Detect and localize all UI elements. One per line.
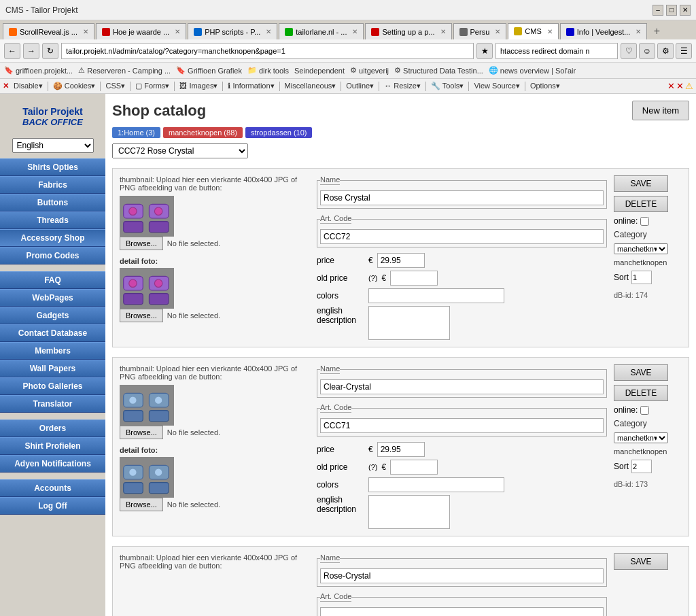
menu-icon[interactable]: ☰ (676, 43, 692, 59)
bookmark-uitgeverij[interactable]: ⚙ uitgeverij (350, 66, 389, 75)
tab-close-icon[interactable]: ✕ (83, 28, 88, 35)
tab-close-icon[interactable]: ✕ (175, 28, 180, 35)
dev-cookies-btn[interactable]: 🍪 Cookies▾ (51, 81, 98, 91)
item-1-delete-button[interactable]: DELETE (614, 196, 668, 212)
bookmark-news[interactable]: 🌐 news overview | Sol'air (489, 66, 576, 75)
item-2-artcode-input[interactable] (320, 418, 604, 433)
sidebar-item-threads[interactable]: Threads (0, 211, 105, 229)
dev-disable-btn[interactable]: Disable▾ (12, 81, 45, 91)
tab-close-icon[interactable]: ✕ (636, 28, 641, 35)
tab-close-icon[interactable]: ✕ (352, 28, 358, 35)
item-2-detail-browse-button[interactable]: Browse... (120, 498, 163, 511)
sidebar-item-members[interactable]: Members (0, 342, 105, 360)
item-2-online-checkbox[interactable] (640, 406, 649, 415)
item-1-save-button[interactable]: SAVE (614, 175, 668, 192)
maximize-button[interactable]: □ (666, 5, 677, 16)
dev-outline-btn[interactable]: Outline▾ (344, 81, 376, 91)
close-button[interactable]: ✕ (680, 5, 691, 16)
sidebar-item-orders[interactable]: Orders (0, 420, 105, 437)
breadcrumb-manchetknopen[interactable]: manchetknopen (88) (163, 127, 243, 138)
tab-setting[interactable]: Setting up a p... ✕ (365, 23, 451, 39)
item-1-artcode-input[interactable] (320, 229, 604, 244)
sidebar-item-contact-database[interactable]: Contact Database (0, 324, 105, 342)
tab-tailor[interactable]: tailorlane.nl - ... ✕ (279, 23, 364, 39)
new-item-button[interactable]: New item (632, 101, 689, 120)
item-1-category-select[interactable]: manchetkn▾ (614, 243, 668, 254)
item-1-desc-textarea[interactable] (368, 306, 450, 340)
sidebar-item-translator[interactable]: Translator (0, 395, 105, 413)
dev-options-btn[interactable]: Options▾ (528, 81, 562, 91)
item-3-artcode-input[interactable] (320, 607, 604, 616)
tab-close-icon[interactable]: ✕ (266, 28, 271, 35)
item-2-price-input[interactable] (377, 442, 425, 457)
forward-button[interactable]: → (23, 43, 39, 59)
bookmark-dirk[interactable]: 📁 dirk tools (247, 66, 289, 75)
bookmark-structured[interactable]: ⚙ Structured Data Testin... (394, 66, 483, 75)
item-2-browse-button[interactable]: Browse... (120, 426, 163, 439)
tab-cms[interactable]: CMS ✕ (508, 23, 558, 39)
bookmark-grafiek[interactable]: 🔖 Griffioen Grafiek (176, 66, 242, 75)
language-select[interactable]: English Nederlands (12, 138, 94, 153)
refresh-button[interactable]: ↻ (42, 43, 58, 59)
back-button[interactable]: ← (4, 43, 20, 59)
sidebar-item-buttons[interactable]: Buttons (0, 194, 105, 211)
tab-persu[interactable]: Persu ✕ (453, 23, 507, 39)
minimize-button[interactable]: – (652, 5, 663, 16)
tab-close-icon[interactable]: ✕ (495, 28, 500, 35)
item-2-sort-input[interactable] (631, 460, 652, 473)
settings-icon[interactable]: ⚙ (657, 43, 674, 59)
dev-information-btn[interactable]: ℹ Information▾ (226, 81, 276, 91)
item-2-name-input[interactable] (320, 379, 604, 394)
item-1-name-input[interactable] (320, 190, 604, 205)
sidebar-item-accessory-shop[interactable]: Accessory Shop (0, 229, 105, 247)
item-2-save-button[interactable]: SAVE (614, 364, 668, 381)
search-bar[interactable] (495, 43, 618, 59)
item-3-save-button[interactable]: SAVE (614, 553, 668, 570)
bookmark-griffioen[interactable]: 🔖 griffioen.projekt... (4, 66, 73, 75)
dev-tools-btn[interactable]: 🔧 Tools▾ (429, 81, 466, 91)
item-1-price-input[interactable] (377, 253, 425, 268)
item-2-category-select[interactable]: manchetkn▾ (614, 432, 668, 443)
tab-php[interactable]: PHP scripts - P... ✕ (188, 23, 277, 39)
tab-close-icon[interactable]: ✕ (440, 28, 446, 35)
url-bar[interactable] (61, 43, 474, 59)
item-1-online-checkbox[interactable] (640, 217, 649, 226)
filter-select[interactable]: CCC72 Rose Crystal (112, 143, 248, 158)
new-tab-button[interactable]: + (648, 23, 665, 39)
tab-hoe[interactable]: Hoe je waarde ... ✕ (96, 23, 186, 39)
bookmark-button[interactable]: ★ (476, 43, 493, 59)
sidebar-item-shirt-profielen[interactable]: Shirt Profielen (0, 437, 105, 455)
sidebar-item-adyen[interactable]: Adyen Notifications (0, 455, 105, 473)
sidebar-item-gadgets[interactable]: Gadgets (0, 307, 105, 324)
dev-viewsource-btn[interactable]: View Source▾ (472, 81, 522, 91)
item-1-oldprice-input[interactable] (390, 271, 438, 286)
item-1-detail-browse-button[interactable]: Browse... (120, 309, 163, 322)
bookmark-reserveren[interactable]: ⚠ Reserveren - Camping ... (78, 66, 171, 75)
item-3-name-input[interactable] (320, 568, 604, 583)
sidebar-item-shirts-opties[interactable]: Shirts Opties (0, 158, 105, 176)
tab-scrollreveal[interactable]: ScrollReveal.js ... ✕ (3, 23, 94, 39)
dev-forms-btn[interactable]: ▢ Forms▾ (133, 81, 171, 91)
tab-info[interactable]: Info | Veelgest... ✕ (560, 23, 648, 39)
sidebar-item-wall-papers[interactable]: Wall Papers (0, 360, 105, 377)
item-2-delete-button[interactable]: DELETE (614, 385, 668, 401)
sidebar-item-fabrics[interactable]: Fabrics (0, 176, 105, 194)
heart-icon[interactable]: ♡ (621, 43, 637, 59)
breadcrumb-stropdassen[interactable]: stropdassen (10) (245, 127, 313, 138)
window-controls[interactable]: – □ ✕ (652, 5, 691, 16)
sidebar-item-faq[interactable]: FAQ (0, 271, 105, 289)
item-2-colors-input[interactable] (368, 477, 504, 492)
bookmark-seindependent[interactable]: Seindependent (294, 67, 345, 75)
dev-images-btn[interactable]: 🖼 Images▾ (177, 81, 220, 91)
item-2-oldprice-input[interactable] (390, 460, 438, 475)
tab-close-icon[interactable]: ✕ (547, 28, 553, 35)
sidebar-item-webpages[interactable]: WebPages (0, 289, 105, 307)
item-1-sort-input[interactable] (631, 271, 652, 284)
sidebar-item-log-off[interactable]: Log Off (0, 497, 105, 515)
sidebar-item-photo-galleries[interactable]: Photo Galleries (0, 377, 105, 395)
dev-resize-btn[interactable]: ↔ Resize▾ (382, 81, 423, 91)
emoji-icon[interactable]: ☺ (639, 43, 655, 59)
breadcrumb-home[interactable]: 1:Home (3) (112, 127, 160, 138)
item-1-colors-input[interactable] (368, 288, 504, 303)
item-1-oldprice-help[interactable]: (?) (368, 274, 377, 282)
